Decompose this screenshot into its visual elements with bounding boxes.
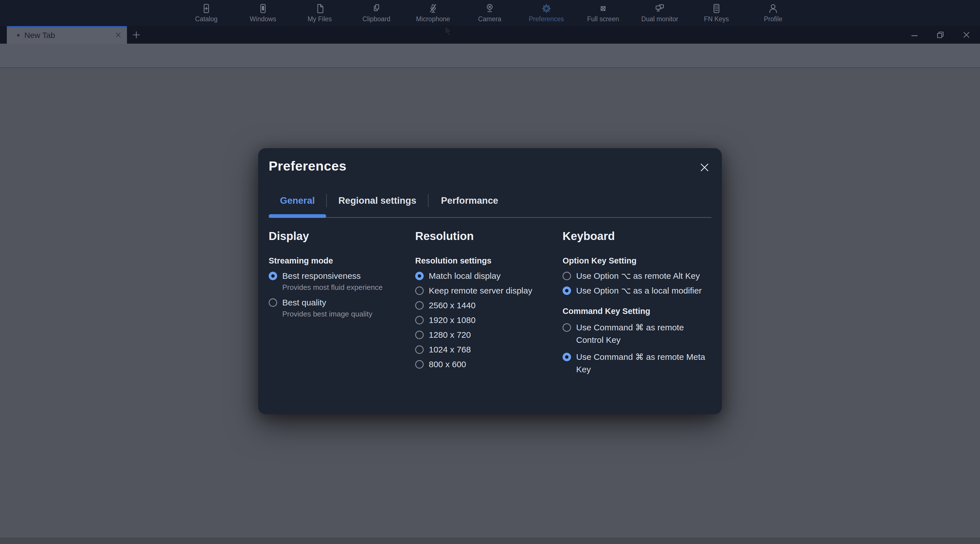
radio-label: 2560 x 1440	[429, 300, 476, 310]
radio-button[interactable]	[415, 331, 424, 339]
radio-label: 1024 x 768	[429, 345, 471, 355]
profile-icon	[767, 3, 779, 14]
radio-button[interactable]	[415, 272, 424, 280]
toolbar-item-fn-keys[interactable]: FN Keys	[688, 0, 745, 26]
radio-label: 800 x 600	[429, 359, 466, 369]
radio-option-best-quality[interactable]: Best quality	[269, 297, 412, 308]
radio-button[interactable]	[563, 323, 571, 332]
mouse-cursor	[444, 25, 456, 37]
radio-label: Use Option ⌥ as remote Alt Key	[576, 271, 700, 281]
app-toolbar: Catalog Windows My Files Clipboard Micro…	[0, 0, 980, 26]
catalog-icon	[200, 3, 212, 14]
toolbar-item-label: Microphone	[416, 15, 450, 23]
fn-keys-icon	[711, 3, 722, 14]
my-files-icon	[314, 3, 326, 14]
section-resolution: Resolution Resolution settings Match loc…	[415, 229, 559, 369]
radio-option-command-as-meta[interactable]: Use Command ⌘ as remote Meta Key	[563, 351, 712, 376]
toolbar-item-label: Profile	[764, 15, 782, 23]
toolbar-item-profile[interactable]: Profile	[745, 0, 802, 26]
toolbar-item-label: FN Keys	[704, 15, 729, 23]
dual-monitor-icon	[654, 3, 666, 14]
toolbar-item-preferences[interactable]: Preferences	[518, 0, 575, 26]
radio-button[interactable]	[415, 360, 424, 369]
toolbar-item-windows[interactable]: Windows	[235, 0, 291, 26]
radio-option-best-responsiveness[interactable]: Best responsiveness	[269, 271, 412, 281]
radio-option-command-as-control[interactable]: Use Command ⌘ as remote Control Key	[563, 321, 712, 346]
group-title: Streaming mode	[269, 256, 412, 266]
toolbar-item-catalog[interactable]: Catalog	[178, 0, 235, 26]
radio-button[interactable]	[269, 272, 277, 280]
section-heading: Display	[269, 229, 412, 243]
clipboard-icon	[371, 3, 382, 14]
full-screen-icon	[597, 3, 609, 14]
radio-option-2560x1440[interactable]: 2560 x 1440	[415, 300, 559, 310]
radio-button[interactable]	[269, 298, 277, 307]
group-title: Command Key Setting	[563, 306, 712, 316]
toolbar-item-microphone[interactable]: Microphone	[405, 0, 461, 26]
radio-button[interactable]	[415, 345, 424, 354]
browser-tab-bar: New Tab	[0, 26, 980, 44]
radio-button[interactable]	[415, 286, 424, 295]
toolbar-item-label: Catalog	[195, 15, 217, 23]
section-heading: Resolution	[415, 229, 559, 243]
toolbar-item-full-screen[interactable]: Full screen	[575, 0, 632, 26]
camera-disabled-icon	[484, 3, 496, 14]
tab-indicator-dot	[17, 34, 19, 37]
radio-label: Use Command ⌘ as remote Meta Key	[576, 351, 712, 376]
toolbar-item-my-files[interactable]: My Files	[291, 0, 348, 26]
toolbar-item-label: Full screen	[587, 15, 619, 23]
section-keyboard: Keyboard Option Key Setting Use Option ⌥…	[563, 229, 712, 376]
tab-regional-settings[interactable]: Regional settings	[327, 193, 428, 208]
radio-label: Keep remote server display	[429, 286, 532, 296]
dialog-close-icon[interactable]	[700, 162, 710, 173]
toolbar-item-label: Clipboard	[363, 15, 390, 23]
group-title: Option Key Setting	[563, 256, 712, 266]
window-restore-icon[interactable]	[935, 30, 945, 40]
browser-nav-bar	[0, 44, 980, 68]
browser-tab[interactable]: New Tab	[7, 26, 127, 44]
radio-option-1280x720[interactable]: 1280 x 720	[415, 330, 559, 340]
window-close-icon[interactable]	[962, 30, 971, 40]
group-title: Resolution settings	[415, 256, 559, 266]
tab-close-icon[interactable]	[114, 30, 123, 39]
radio-option-match-local-display[interactable]: Match local display	[415, 271, 559, 281]
new-tab-plus-icon[interactable]	[131, 29, 142, 40]
radio-button[interactable]	[563, 272, 571, 280]
radio-option-1024x768[interactable]: 1024 x 768	[415, 345, 559, 355]
radio-description: Provides best image quality	[282, 309, 412, 318]
bottom-strip	[0, 538, 980, 544]
radio-button[interactable]	[415, 301, 424, 310]
toolbar-item-dual-monitor[interactable]: Dual monitor	[632, 0, 688, 26]
radio-label: Best quality	[282, 297, 326, 308]
toolbar-item-label: Dual monitor	[641, 15, 678, 23]
dialog-tabs: General Regional settings Performance	[269, 193, 511, 208]
active-tab-stripe	[7, 26, 127, 27]
radio-label: Best responsiveness	[282, 271, 361, 281]
window-minimize-icon[interactable]	[910, 30, 920, 40]
toolbar-item-label: Camera	[478, 15, 501, 23]
preferences-gear-icon	[541, 3, 552, 14]
dialog-title: Preferences	[269, 158, 347, 174]
radio-label: 1280 x 720	[429, 330, 471, 340]
tab-general[interactable]: General	[269, 193, 326, 208]
radio-button[interactable]	[563, 353, 571, 361]
radio-option-option-as-local-modifier[interactable]: Use Option ⌥ as a local modifier	[563, 286, 712, 296]
tabs-rule	[269, 217, 711, 218]
radio-label: Match local display	[429, 271, 501, 281]
radio-button[interactable]	[415, 316, 424, 324]
preferences-dialog: Preferences General Regional settings Pe…	[258, 148, 722, 414]
microphone-muted-icon	[427, 3, 439, 14]
radio-option-800x600[interactable]: 800 x 600	[415, 359, 559, 369]
radio-button[interactable]	[563, 286, 571, 295]
radio-option-keep-remote-display[interactable]: Keep remote server display	[415, 286, 559, 296]
section-display: Display Streaming mode Best responsivene…	[269, 229, 412, 318]
radio-option-option-as-alt[interactable]: Use Option ⌥ as remote Alt Key	[563, 271, 712, 281]
tab-performance[interactable]: Performance	[428, 193, 511, 208]
active-tab-underline	[269, 214, 326, 218]
radio-description: Provides most fluid experience	[282, 283, 412, 292]
radio-option-1920x1080[interactable]: 1920 x 1080	[415, 315, 559, 325]
toolbar-item-clipboard[interactable]: Clipboard	[348, 0, 405, 26]
toolbar-item-camera[interactable]: Camera	[461, 0, 518, 26]
radio-label: 1920 x 1080	[429, 315, 476, 325]
windows-icon	[257, 3, 269, 14]
